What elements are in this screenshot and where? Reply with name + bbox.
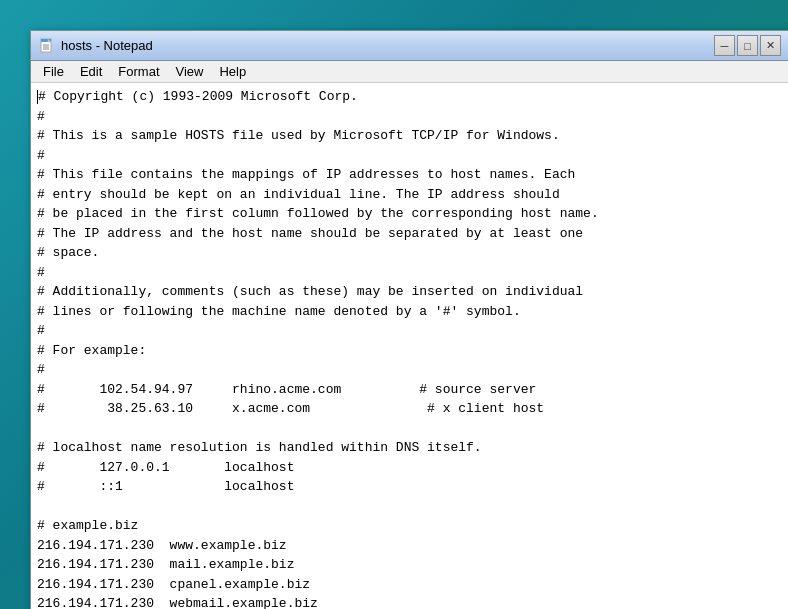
window-title: hosts - Notepad [61, 38, 708, 53]
notepad-window: hosts - Notepad ─ □ ✕ File Edit Format V… [30, 30, 788, 609]
title-bar: hosts - Notepad ─ □ ✕ [31, 31, 788, 61]
menu-edit[interactable]: Edit [72, 62, 110, 82]
close-button[interactable]: ✕ [760, 35, 781, 56]
menu-help[interactable]: Help [211, 62, 254, 82]
minimize-button[interactable]: ─ [714, 35, 735, 56]
menu-file[interactable]: File [35, 62, 72, 82]
menu-bar: File Edit Format View Help [31, 61, 788, 83]
window-controls: ─ □ ✕ [714, 35, 781, 56]
text-editor[interactable]: # Copyright (c) 1993-2009 Microsoft Corp… [31, 83, 788, 609]
app-icon [39, 38, 55, 54]
maximize-button[interactable]: □ [737, 35, 758, 56]
menu-view[interactable]: View [168, 62, 212, 82]
menu-format[interactable]: Format [110, 62, 167, 82]
